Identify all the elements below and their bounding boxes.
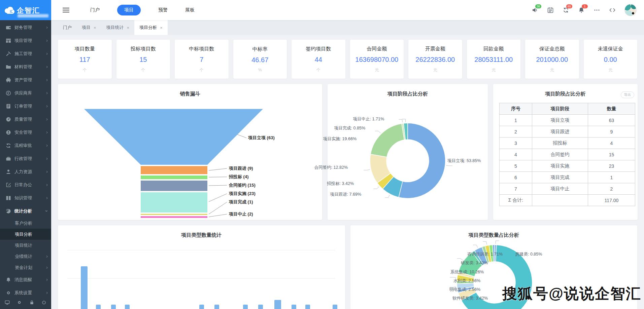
more-icon[interactable] — [594, 7, 600, 13]
stat-card-4: 签约项目数44个 — [292, 40, 345, 79]
sidebar-item-label: 人力资源 — [14, 169, 46, 175]
sidebar-item-knowledge[interactable]: 知识管理› — [0, 191, 51, 204]
column-header: 数量 — [588, 103, 635, 115]
sidebar-item-material[interactable]: 材料管理› — [0, 60, 51, 73]
tab-项目统计[interactable]: 项目统计× — [101, 20, 135, 35]
construction-icon — [5, 51, 11, 56]
table-cell: 15 — [588, 149, 635, 160]
table-cell: 招投标 — [532, 138, 588, 149]
sidebar-item-admin[interactable]: 行政管理› — [0, 152, 51, 165]
sidebar-item-safety[interactable]: 安全管理› — [0, 126, 51, 139]
sidebar: 汇 企智汇 财务管理›项目管理›施工管理›材料管理›资产管理›供应商库›订单管理… — [0, 0, 51, 309]
donut-label: 系统集成: 10.26% — [450, 269, 484, 275]
stat-unit: % — [258, 68, 262, 72]
hamburger-menu-icon[interactable] — [63, 6, 69, 14]
tab-bar: 门户项目×项目统计×项目分析× — [51, 20, 644, 35]
sidebar-subitem[interactable]: 项目分析 — [0, 229, 51, 240]
finance-icon — [5, 25, 11, 30]
stat-label: 投标项目数 — [131, 46, 156, 52]
topnav-item-portal[interactable]: 门户 — [90, 5, 100, 15]
sidebar-item-order[interactable]: 订单管理› — [0, 100, 51, 113]
chevron-right-icon: › — [46, 103, 48, 108]
close-icon[interactable]: × — [127, 25, 130, 30]
stat-label: 中标率 — [252, 46, 268, 52]
bell-icon[interactable]: 1 — [578, 7, 585, 13]
sidebar-item-system[interactable]: 系统设置› — [0, 286, 51, 297]
chevron-right-icon: › — [46, 51, 48, 56]
system-icon — [5, 290, 11, 296]
sidebar-subitem[interactable]: 客户分析 — [0, 218, 51, 229]
sidebar-item-project[interactable]: 项目管理› — [0, 34, 51, 47]
sync-icon[interactable]: 65 — [563, 7, 569, 13]
sidebar-item-quality[interactable]: 质量管理› — [0, 113, 51, 126]
sidebar-item-label: 供应商库 — [14, 90, 46, 96]
announcement-icon[interactable]: 38 — [532, 7, 538, 13]
sidebar-item-label: 施工管理 — [14, 51, 46, 57]
topnav-item-alert[interactable]: 预警 — [158, 5, 168, 15]
chart-title: 项目类型数量统计 — [58, 232, 345, 238]
sidebar-item-hr[interactable]: 人力资源› — [0, 165, 51, 178]
monitor-icon[interactable] — [5, 300, 10, 306]
tab-门户[interactable]: 门户 — [58, 20, 77, 35]
stat-card-7: 回款金额28053111.00元 — [467, 40, 521, 79]
donut-label: 项目中止: 1.71% — [353, 116, 384, 122]
table-cell: 1 — [500, 115, 532, 126]
bar — [214, 305, 219, 309]
sidebar-subitem[interactable]: 业绩统计› — [0, 251, 51, 262]
funnel-label: 项目完成 (1) — [229, 199, 253, 204]
sidebar-subitem[interactable]: 资金计划› — [0, 262, 51, 273]
sidebar-item-label: 统计分析 — [14, 208, 46, 214]
chevron-right-icon: › — [46, 143, 48, 148]
sidebar-item-workflow[interactable]: 流程审批› — [0, 139, 51, 152]
sidebar-item-label: 项目管理 — [14, 38, 46, 44]
bar — [292, 305, 296, 309]
sidebar-item-construction[interactable]: 施工管理› — [0, 47, 51, 60]
sidebar-item-asset[interactable]: 资产管理› — [0, 73, 51, 86]
export-button[interactable]: 导出 — [621, 91, 634, 98]
bar — [333, 305, 337, 309]
sidebar-menu: 财务管理›项目管理›施工管理›材料管理›资产管理›供应商库›订单管理›质量管理›… — [0, 20, 51, 297]
topnav-item-board[interactable]: 展板 — [185, 5, 195, 15]
topnav-item-project[interactable]: 项目 — [117, 5, 141, 15]
close-icon[interactable]: × — [160, 25, 163, 30]
stat-card-8: 保证金总额201000.00元 — [525, 40, 579, 79]
sidebar-item-label: 材料管理 — [14, 64, 46, 70]
stat-unit: 元 — [608, 67, 612, 73]
chart-title: 项目类型数量占比分析 — [350, 232, 638, 238]
brand-subtitle-blurred — [18, 14, 48, 17]
funnel-segment-项目跟进 — [141, 166, 207, 174]
sidebar-item-supplier[interactable]: 供应商库› — [0, 86, 51, 100]
chevron-right-icon: › — [46, 77, 48, 82]
stat-label: 开票金额 — [425, 46, 445, 52]
bar — [96, 305, 101, 309]
user-avatar[interactable] — [624, 4, 637, 16]
code-brackets-icon[interactable] — [609, 7, 616, 13]
stat-value: 15 — [139, 56, 147, 64]
lock-icon[interactable] — [29, 300, 34, 306]
funnel-segment-项目实施 — [141, 192, 207, 213]
table-cell: 项目中止 — [532, 183, 588, 195]
sync-badge: 65 — [566, 4, 572, 8]
bar — [274, 300, 281, 309]
bar — [81, 266, 88, 309]
message-icon — [5, 277, 11, 282]
calendar-icon[interactable] — [547, 7, 554, 13]
sidebar-item-office[interactable]: 日常办公› — [0, 178, 51, 191]
sidebar-item-message[interactable]: 消息提醒› — [0, 273, 51, 286]
tab-项目[interactable]: 项目× — [77, 20, 101, 35]
sidebar-item-stats[interactable]: 统计分析› — [0, 204, 51, 218]
stat-value: 44 — [315, 56, 322, 64]
sidebar-subitem[interactable]: 项目统计 — [0, 240, 51, 251]
bar — [199, 305, 204, 309]
table-cell: 4 — [588, 138, 635, 149]
gear-icon[interactable] — [17, 300, 22, 306]
sidebar-item-finance[interactable]: 财务管理› — [0, 21, 51, 34]
stat-unit: 个 — [200, 67, 204, 73]
knowledge-icon — [5, 195, 11, 201]
tab-项目分析[interactable]: 项目分析× — [134, 20, 168, 35]
power-icon[interactable] — [41, 300, 46, 306]
tab-label: 项目分析 — [139, 25, 157, 31]
close-icon[interactable]: × — [94, 25, 96, 30]
app-logo[interactable]: 汇 企智汇 — [0, 0, 51, 20]
chevron-right-icon: › — [46, 156, 48, 161]
